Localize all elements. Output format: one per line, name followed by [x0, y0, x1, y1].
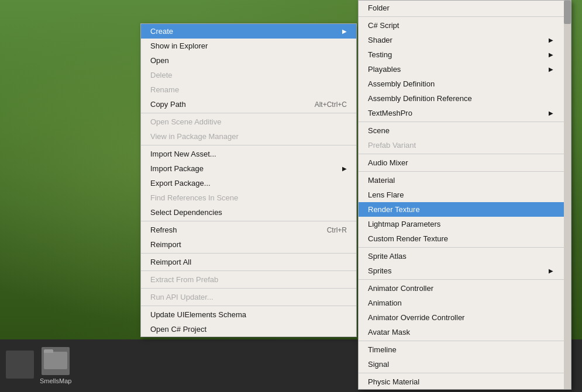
menu-item-label: C# Script [368, 21, 399, 30]
menu-item-custom-render-texture[interactable]: Custom Render Texture [359, 231, 571, 246]
context-menu-right: FolderC# ScriptShader▶Testing▶Playables▶… [358, 0, 571, 390]
menu-item-label: Playables [368, 65, 401, 74]
menu-item-csharp-script[interactable]: C# Script [359, 18, 571, 33]
menu-item-physic-material[interactable]: Physic Material [359, 374, 571, 389]
menu-item-view-in-package-manager: View in Package Manager [141, 129, 356, 144]
asset-item-smellsmap[interactable]: SmellsMap [40, 347, 71, 384]
menu-item-label: Lightmap Parameters [368, 220, 440, 228]
menu-item-create[interactable]: Create▶ [141, 24, 356, 39]
menu-item-reimport-all[interactable]: Reimport All [141, 255, 356, 269]
submenu-arrow-icon: ▶ [342, 165, 347, 172]
submenu-arrow-icon: ▶ [549, 66, 553, 72]
menu-item-update-ui-elements[interactable]: Update UIElements Schema [141, 307, 356, 322]
menu-item-lens-flare[interactable]: Lens Flare [359, 188, 571, 202]
menu-item-animation[interactable]: Animation [359, 296, 571, 310]
context-menu-left: Create▶Show in ExplorerOpenDeleteRenameC… [140, 23, 357, 337]
menu-item-label: Timeline [368, 345, 397, 354]
menu-item-label: View in Package Manager [150, 132, 239, 141]
menu-item-label: Shader [368, 36, 392, 44]
menu-item-label: Render Texture [368, 205, 420, 214]
menu-item-label: Open Scene Additive [150, 117, 221, 126]
menu-separator [359, 154, 571, 154]
menu-item-label: Folder [368, 4, 390, 12]
menu-item-export-package[interactable]: Export Package... [141, 176, 356, 190]
menu-item-import-package[interactable]: Import Package▶ [141, 161, 356, 176]
scrollbar-thumb[interactable] [564, 1, 571, 24]
menu-item-label: Refresh [150, 226, 177, 234]
menu-item-label: Testing [368, 50, 392, 59]
menu-item-shortcut: Ctrl+R [327, 226, 347, 234]
menu-item-open[interactable]: Open [141, 53, 356, 68]
menu-item-material[interactable]: Material [359, 173, 571, 188]
menu-separator [359, 122, 571, 122]
menu-item-import-new-asset[interactable]: Import New Asset... [141, 147, 356, 161]
menu-item-label: Rename [150, 85, 179, 94]
menu-item-playables[interactable]: Playables▶ [359, 62, 571, 77]
menu-item-label: Open [150, 56, 169, 65]
menu-item-label: Physic Material [368, 377, 419, 386]
menu-item-sprites[interactable]: Sprites▶ [359, 263, 571, 278]
menu-separator [141, 145, 356, 145]
menu-item-label: Run API Updater... [150, 293, 213, 301]
menu-item-label: Animator Controller [368, 284, 433, 293]
scrollbar[interactable] [564, 1, 571, 389]
menu-item-label: Material [368, 176, 395, 185]
menu-separator [141, 270, 356, 271]
menu-item-shortcut: Alt+Ctrl+C [315, 100, 347, 109]
menu-item-label: Delete [150, 71, 173, 79]
submenu-arrow-icon: ▶ [342, 28, 347, 34]
menu-item-delete: Delete [141, 68, 356, 82]
menu-item-assembly-definition-reference[interactable]: Assembly Definition Reference [359, 91, 571, 106]
menu-item-sprite-atlas[interactable]: Sprite Atlas [359, 249, 571, 263]
menu-item-open-csharp-project[interactable]: Open C# Project [141, 322, 356, 337]
menu-item-label: Update UIElements Schema [150, 310, 246, 319]
submenu-arrow-icon: ▶ [549, 51, 553, 58]
menu-separator [141, 221, 356, 221]
menu-item-show-in-explorer[interactable]: Show in Explorer [141, 39, 356, 53]
menu-item-assembly-definition[interactable]: Assembly Definition [359, 77, 571, 91]
menu-item-textmeshpro[interactable]: TextMeshPro▶ [359, 106, 571, 120]
menu-item-label: Find References In Scene [150, 193, 238, 202]
menu-item-refresh[interactable]: RefreshCtrl+R [141, 223, 356, 237]
menu-item-find-references: Find References In Scene [141, 190, 356, 205]
menu-item-label: Show in Explorer [150, 41, 208, 50]
asset-label-smellsmap: SmellsMap [40, 377, 71, 384]
menu-item-scene[interactable]: Scene [359, 123, 571, 138]
menu-item-label: Create [150, 27, 173, 36]
menu-separator [359, 279, 571, 280]
menu-item-timeline[interactable]: Timeline [359, 342, 571, 357]
menu-separator [141, 253, 356, 254]
menu-item-label: Custom Render Texture [368, 234, 448, 243]
menu-item-label: Scene [368, 126, 390, 135]
menu-item-select-dependencies[interactable]: Select Dependencies [141, 205, 356, 220]
menu-item-extract-from-prefab: Extract From Prefab [141, 272, 356, 287]
menu-item-audio-mixer[interactable]: Audio Mixer [359, 155, 571, 170]
menu-item-label: Prefab Variant [368, 141, 416, 150]
menu-item-label: Import New Asset... [150, 150, 216, 158]
menu-item-avatar-mask[interactable]: Avatar Mask [359, 325, 571, 339]
menu-separator [141, 306, 356, 306]
menu-item-label: Export Package... [150, 179, 211, 188]
menu-item-copy-path[interactable]: Copy PathAlt+Ctrl+C [141, 97, 356, 112]
menu-item-label: Reimport [150, 240, 181, 249]
menu-item-signal[interactable]: Signal [359, 357, 571, 372]
asset-item [6, 351, 34, 381]
menu-item-open-scene-additive: Open Scene Additive [141, 115, 356, 129]
menu-item-label: Avatar Mask [368, 328, 410, 337]
menu-item-reimport[interactable]: Reimport [141, 237, 356, 252]
menu-separator [359, 247, 571, 248]
menu-item-label: Animator Override Controller [368, 313, 464, 322]
menu-item-animator-override-controller[interactable]: Animator Override Controller [359, 310, 571, 325]
menu-item-run-api-updater: Run API Updater... [141, 290, 356, 304]
menu-item-render-texture[interactable]: Render Texture [359, 202, 571, 217]
menu-item-label: Audio Mixer [368, 158, 408, 167]
menu-item-lightmap-parameters[interactable]: Lightmap Parameters [359, 217, 571, 231]
menu-item-testing[interactable]: Testing▶ [359, 47, 571, 62]
menu-item-label: Open C# Project [150, 325, 206, 334]
menu-item-folder[interactable]: Folder [359, 1, 571, 15]
menu-item-animator-controller[interactable]: Animator Controller [359, 281, 571, 296]
menu-item-shader[interactable]: Shader▶ [359, 33, 571, 47]
menu-item-label: Animation [368, 299, 402, 307]
menu-separator [141, 113, 356, 113]
menu-item-label: Assembly Definition [368, 79, 435, 88]
